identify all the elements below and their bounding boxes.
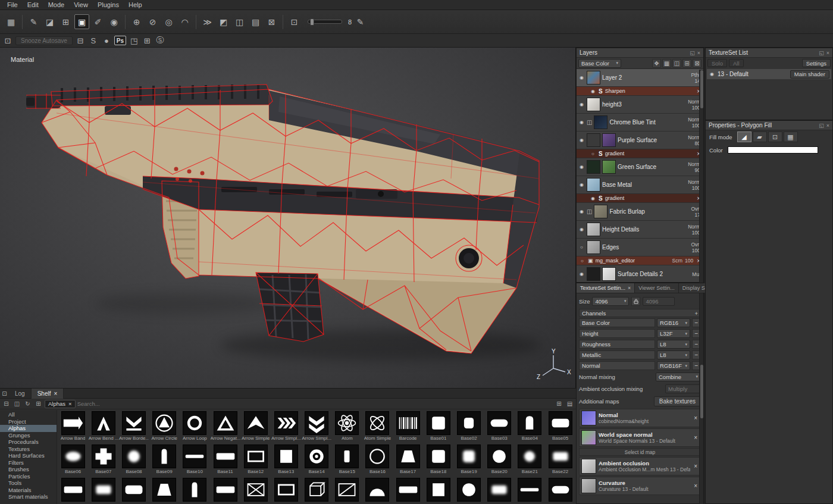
visibility-toggle-icon[interactable]: ◉ xyxy=(578,182,585,187)
shelf-item[interactable]: Arrow Circle xyxy=(149,411,180,444)
settings-tab-1[interactable]: Viewer Settin... xyxy=(635,283,678,293)
shelf-item[interactable]: Base13 xyxy=(271,444,301,478)
base21-thumbnail[interactable] xyxy=(518,444,541,468)
alpha-thumbnail[interactable] xyxy=(244,478,268,502)
alpha-thumbnail[interactable] xyxy=(274,478,298,502)
detail-view-icon[interactable]: ▤ xyxy=(565,399,574,408)
substance-share-icon[interactable]: Ⓢ xyxy=(155,35,165,46)
base13-thumbnail[interactable] xyxy=(274,444,298,468)
shelf-list-view-icon[interactable]: ⊟ xyxy=(2,399,11,408)
shelf-item[interactable]: Base12 xyxy=(240,444,271,478)
quick-mask-icon[interactable]: ◎ xyxy=(161,14,176,29)
shelf-item[interactable]: Base01 xyxy=(423,411,453,444)
clear-map-icon[interactable]: × xyxy=(693,415,699,421)
undock-icon[interactable]: ◱ xyxy=(819,50,824,56)
alpha-thumbnail[interactable] xyxy=(214,478,237,502)
shelf-item[interactable]: Arrow Simpl... xyxy=(271,411,301,444)
shelf-category-smart-materials[interactable]: Smart materials xyxy=(0,493,57,500)
delete-layer-icon[interactable]: ⊠ xyxy=(693,59,702,68)
base14-thumbnail[interactable] xyxy=(305,444,328,468)
shelf-item[interactable] xyxy=(362,478,393,504)
atom-thumbnail[interactable] xyxy=(335,411,359,435)
visibility-toggle-icon[interactable]: ◉ xyxy=(578,75,585,80)
shelf-item[interactable] xyxy=(118,478,149,504)
channel-format-dropdown[interactable]: L32F▾ xyxy=(657,329,690,338)
settings-button[interactable]: Settings xyxy=(802,59,831,67)
mesh-map-thumbnail[interactable] xyxy=(581,411,596,425)
shelf-item[interactable]: Base07 xyxy=(88,444,118,478)
3d-viewport[interactable]: Material Y X Z xyxy=(0,48,576,388)
layer-row[interactable]: ◉◫Chrome Blue TintNorm100 xyxy=(577,114,703,132)
symmetry-icon[interactable]: ⊡ xyxy=(287,14,302,29)
shelf-item[interactable]: Base02 xyxy=(453,411,484,444)
tab-shelf[interactable]: Shelf× xyxy=(32,389,64,399)
sphere-icon[interactable]: ● xyxy=(101,35,112,46)
visibility-toggle-icon[interactable]: ◉ xyxy=(578,137,585,143)
alpha-thumbnail[interactable] xyxy=(365,478,389,502)
lock-ratio-icon[interactable] xyxy=(631,297,640,306)
shelf-item[interactable]: Arrow Simple xyxy=(240,411,271,444)
axis-gizmo[interactable]: Y X Z xyxy=(531,348,572,385)
channel-format-dropdown[interactable]: RGB16▾ xyxy=(657,318,690,327)
visibility-toggle-icon[interactable]: ◉ xyxy=(578,102,585,107)
solo-button[interactable]: Solo xyxy=(707,59,727,67)
stencil-icon[interactable]: ⊘ xyxy=(145,14,160,29)
shelf-item[interactable]: Base14 xyxy=(302,444,332,478)
visibility-toggle-icon[interactable]: ◉ xyxy=(590,196,596,201)
shelf-refresh-icon[interactable]: ↻ xyxy=(23,399,32,408)
shelf-item[interactable]: Arrow Negat... xyxy=(210,411,240,444)
geometry-uv-icon[interactable]: ◫ xyxy=(232,14,247,29)
shelf-category-all[interactable]: All xyxy=(0,411,57,418)
shelf-item[interactable]: Base04 xyxy=(515,411,545,444)
shelf-item[interactable] xyxy=(393,478,423,504)
shelf-item[interactable]: Arrow Bend ... xyxy=(88,411,118,444)
dock-icon[interactable]: ⊡ xyxy=(0,389,9,398)
shelf-item[interactable] xyxy=(453,478,484,504)
shelf-item[interactable] xyxy=(271,478,301,504)
layer-row[interactable]: ◉height3Norm100 xyxy=(577,96,703,114)
layer-thumbnail[interactable] xyxy=(587,98,600,111)
alpha-thumbnail[interactable] xyxy=(457,478,481,502)
base20-thumbnail[interactable] xyxy=(487,444,511,468)
fill-quads-icon[interactable]: ▰ xyxy=(753,132,767,142)
paint-tool-icon[interactable]: ✎ xyxy=(26,14,41,29)
arrow-simpl--thumbnail[interactable] xyxy=(274,411,298,435)
shelf-category-materials[interactable]: Materials xyxy=(0,487,57,494)
base19-thumbnail[interactable] xyxy=(457,444,481,468)
export-icon[interactable]: ⊞ xyxy=(142,35,152,46)
shelf-item[interactable]: Base21 xyxy=(515,444,545,478)
normal-mixing-dropdown[interactable]: Combine▾ xyxy=(656,372,701,381)
base17-thumbnail[interactable] xyxy=(396,444,420,468)
substance-icon[interactable]: S xyxy=(88,35,99,46)
menu-edit[interactable]: Edit xyxy=(23,1,43,9)
edit-value-icon[interactable]: ✎ xyxy=(353,14,368,29)
alpha-thumbnail[interactable] xyxy=(335,478,359,502)
shelf-item[interactable]: Base17 xyxy=(393,444,423,478)
mesh-map-thumbnail[interactable] xyxy=(581,459,596,474)
visibility-toggle-icon[interactable]: ◉ xyxy=(578,227,585,232)
shelf-item[interactable] xyxy=(515,478,545,504)
layer-thumbnail[interactable] xyxy=(602,133,616,147)
layer-thumbnail[interactable] xyxy=(587,267,600,281)
barcode-thumbnail[interactable] xyxy=(396,411,420,435)
channel-name-button[interactable]: Normal xyxy=(579,361,655,370)
alpha-thumbnail[interactable] xyxy=(122,478,146,502)
search-input[interactable] xyxy=(77,400,155,407)
visibility-toggle-icon[interactable]: ◉ xyxy=(578,209,585,214)
visibility-toggle-icon[interactable]: ◉ xyxy=(578,164,585,170)
base22-thumbnail[interactable] xyxy=(549,444,572,468)
alpha-thumbnail[interactable] xyxy=(61,478,85,502)
shelf-item[interactable]: Base06 xyxy=(58,444,88,478)
menu-plugins[interactable]: Plugins xyxy=(93,1,124,9)
add-layer-icon[interactable]: ⊞ xyxy=(682,59,691,68)
shelf-item[interactable]: Base08 xyxy=(118,444,149,478)
add-folder-icon[interactable]: ◫ xyxy=(672,59,681,68)
mesh-map-thumbnail[interactable] xyxy=(581,478,596,493)
select-id-map-button[interactable]: Select id map xyxy=(579,448,701,456)
shelf-category-tools[interactable]: Tools xyxy=(0,480,57,487)
visibility-toggle-icon[interactable]: ○ xyxy=(579,258,585,264)
alpha-thumbnail[interactable] xyxy=(487,478,511,502)
shelf-item[interactable]: Barcode xyxy=(393,411,423,444)
base16-thumbnail[interactable] xyxy=(365,444,389,468)
grid-view-icon[interactable]: ⊞ xyxy=(555,399,563,408)
